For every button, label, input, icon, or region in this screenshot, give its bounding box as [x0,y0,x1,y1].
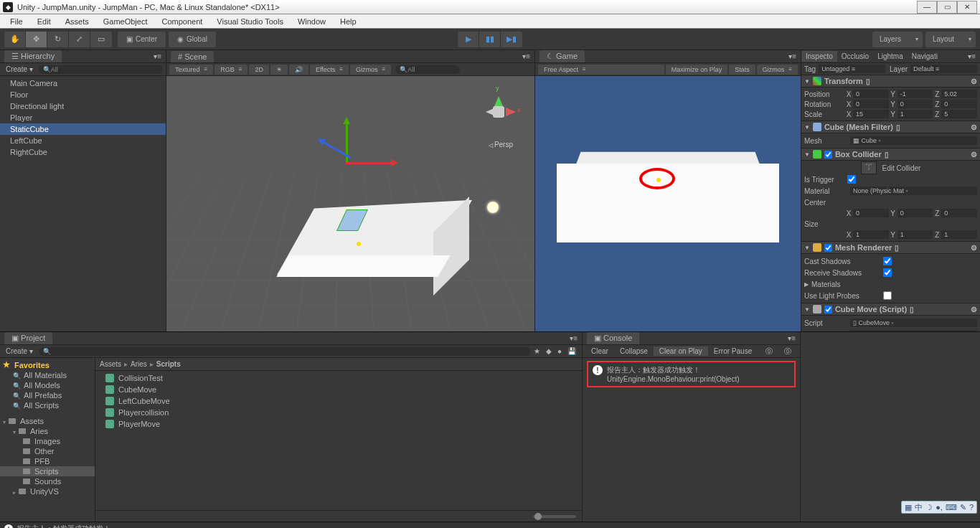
collapse-button[interactable]: Collapse [614,346,654,356]
menu-vstools[interactable]: Visual Studio Tools [209,16,291,27]
thumbnail-size-slider[interactable] [533,515,576,518]
size-z-field[interactable]: 1 [941,230,977,239]
game-options-icon[interactable]: ▾≡ [788,52,796,60]
folder-item[interactable]: Other [0,446,95,456]
clear-on-play-button[interactable]: Clear on Play [654,346,708,356]
menu-window[interactable]: Window [291,16,333,27]
speed-field[interactable]: 1 [850,330,977,331]
menu-gameobject[interactable]: GameObject [96,16,155,27]
warning-filter-icon[interactable]: ⓪ [778,346,797,357]
gear-icon[interactable]: ⚙ [971,151,977,159]
layers-dropdown[interactable]: Layers [872,32,923,47]
file-item[interactable]: CubeMove [95,384,582,395]
console-options-icon[interactable]: ▾≡ [788,334,796,342]
ime-button[interactable]: ✎ [960,503,966,512]
inspector-tab[interactable]: Inspecto [801,51,837,62]
scene-audio-toggle[interactable]: 🔊 [289,65,308,75]
scale-y-field[interactable]: 1 [897,110,933,118]
file-item[interactable]: LeftCubeMove [95,395,582,407]
pause-button[interactable]: ▮▮ [479,32,501,47]
folder-item[interactable]: PFB [0,456,95,466]
favorites-header[interactable]: Favorites [0,359,95,370]
game-maximize-toggle[interactable]: Maximize on Play [666,65,728,75]
scene-orientation-gizmo[interactable]: y x [477,90,520,133]
ime-button[interactable]: ? [969,503,974,512]
gear-icon[interactable]: ⚙ [971,244,977,252]
game-aspect-dropdown[interactable]: Free Aspect [538,65,664,75]
rotate-tool[interactable]: ↻ [47,32,69,47]
project-options-icon[interactable]: ▾≡ [570,334,578,342]
console-tab[interactable]: ▣ Console [587,332,639,344]
folder-item[interactable]: Images [0,436,95,446]
close-button[interactable]: ✕ [957,1,977,14]
center-y-field[interactable]: 0 [897,209,933,217]
help-icon[interactable]: ▯ [895,244,899,252]
position-y-field[interactable]: -1 [897,90,933,98]
breadcrumb-item[interactable]: Aries [131,360,147,368]
file-item[interactable]: Playercollision [95,407,582,418]
hierarchy-item-selected[interactable]: StaticCube [0,123,166,135]
box-collider-header[interactable]: ▼ Box Collider ▯ ⚙ [801,148,980,161]
center-z-field[interactable]: 0 [941,209,977,217]
ime-button[interactable]: 中 [915,502,923,513]
console-message-highlighted[interactable]: ! 报告主人：触发器成功触发！ UnityEngine.MonoBehaviou… [587,361,796,387]
gear-icon[interactable]: ⚙ [971,123,977,131]
hierarchy-item[interactable]: Player [0,112,166,123]
menu-component[interactable]: Component [154,16,209,27]
size-x-field[interactable]: 1 [853,230,889,239]
filter-icon[interactable]: ★ [531,347,543,355]
menu-help[interactable]: Help [333,16,364,27]
center-x-field[interactable]: 0 [853,209,889,217]
game-gizmos-dropdown[interactable]: Gizmos [757,65,798,75]
rotation-x-field[interactable]: 0 [853,100,889,108]
scene-tab[interactable]: # Scene [171,51,214,62]
hierarchy-item[interactable]: Floor [0,89,166,100]
inspector-options-icon[interactable]: ▾≡ [963,51,980,62]
pivot-center-button[interactable]: ▣Center [118,32,166,47]
play-button[interactable]: ▶ [458,32,479,47]
favorite-item[interactable]: All Models [0,380,95,390]
scene-render-dropdown[interactable]: RGB [215,65,248,75]
script-enable-checkbox[interactable] [824,306,832,314]
minimize-button[interactable]: — [917,1,937,14]
size-y-field[interactable]: 1 [897,230,933,239]
occlusion-tab[interactable]: Occlusio [837,51,873,62]
project-create-button[interactable]: Create ▾ [3,347,36,355]
hierarchy-item[interactable]: RightCube [0,146,166,158]
status-message[interactable]: 报告主人：触发器成功触发！ [17,524,110,528]
clear-button[interactable]: Clear [585,346,614,356]
scene-search-input[interactable]: 🔍All [395,65,460,74]
folder-item[interactable]: UnityVS [0,486,95,496]
filter-icon[interactable]: ◆ [543,347,555,355]
hand-tool[interactable]: ✋ [4,32,26,47]
ime-button[interactable]: ☽ [925,503,933,512]
favorite-item[interactable]: All Scripts [0,400,95,410]
rect-tool[interactable]: ▭ [90,32,112,47]
project-search-input[interactable]: 🔍 [39,347,531,356]
position-z-field[interactable]: 5.02 [941,90,977,98]
scene-persp-label[interactable]: ◁ Persp [489,141,513,148]
script-field[interactable]: ▯ CubeMove ◦ [850,319,977,327]
help-icon[interactable]: ▯ [885,151,889,159]
breadcrumb-item[interactable]: Scripts [156,360,181,368]
mesh-renderer-enable-checkbox[interactable] [824,244,832,252]
error-pause-button[interactable]: Error Pause [708,346,758,356]
mesh-filter-header[interactable]: ▼ Cube (Mesh Filter) ▯ ⚙ [801,121,980,133]
folder-item-selected[interactable]: Scripts [0,466,95,476]
hierarchy-item[interactable]: Directional light [0,100,166,112]
tag-dropdown[interactable]: Untagged ≡ [819,65,885,73]
position-x-field[interactable]: 0 [853,90,889,98]
log-filter-icon[interactable]: ⓪ [760,346,778,357]
mesh-field[interactable]: ▦ Cube ◦ [850,136,977,145]
folder-item[interactable]: Sounds [0,476,95,486]
lightmap-tab[interactable]: Lightma [873,51,908,62]
ime-button[interactable]: ●, [936,503,943,512]
ime-button[interactable]: ▦ [905,503,912,512]
transform-component-header[interactable]: ▼ Transform ▯ ⚙ [801,75,980,88]
scene-effects-dropdown[interactable]: Effects [310,65,349,75]
gear-icon[interactable]: ⚙ [971,306,977,314]
hierarchy-create-button[interactable]: Create ▾ [3,65,36,73]
assets-folder[interactable]: Assets [0,416,95,426]
scale-x-field[interactable]: 15 [853,110,889,118]
filter-icon[interactable]: ● [555,347,565,355]
